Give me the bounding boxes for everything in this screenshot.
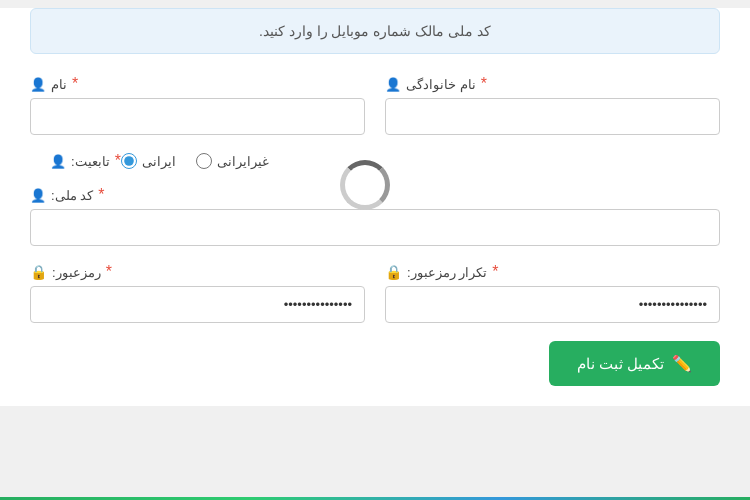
confirm-password-required: * bbox=[492, 264, 498, 280]
nationality-label-text: تابعیت: bbox=[71, 154, 110, 169]
nationality-label-group: * تابعیت: 👤 bbox=[50, 153, 121, 169]
user-icon-firstname: 👤 bbox=[30, 77, 46, 92]
spinner-wheel bbox=[340, 160, 390, 210]
password-required: * bbox=[106, 264, 112, 280]
confirm-password-input[interactable] bbox=[385, 286, 720, 323]
foreign-option[interactable]: غیرایرانی bbox=[196, 153, 269, 169]
confirm-password-label-text: تکرار رمزعبور: bbox=[407, 265, 487, 280]
first-name-group: * نام 👤 bbox=[30, 76, 365, 135]
confirm-password-label: * تکرار رمزعبور: 🔒 bbox=[385, 264, 498, 280]
iranian-option[interactable]: ایرانی bbox=[121, 153, 176, 169]
password-input[interactable] bbox=[30, 286, 365, 323]
national-id-label: * کد ملی: 👤 bbox=[30, 187, 104, 203]
iranian-radio[interactable] bbox=[121, 153, 137, 169]
lock-icon-confirm: 🔒 bbox=[385, 264, 402, 280]
national-id-input[interactable] bbox=[30, 209, 720, 246]
first-name-label-text: نام bbox=[51, 77, 67, 92]
submit-button-label: تکمیل ثبت نام bbox=[577, 355, 664, 373]
foreign-radio[interactable] bbox=[196, 153, 212, 169]
foreign-label: غیرایرانی bbox=[217, 154, 269, 169]
nationality-required: * bbox=[115, 153, 121, 169]
last-name-required: * bbox=[481, 76, 487, 92]
edit-icon: ✏️ bbox=[672, 354, 692, 373]
password-label: * رمزعبور: 🔒 bbox=[30, 264, 112, 280]
submit-button[interactable]: ✏️ تکمیل ثبت نام bbox=[549, 341, 720, 386]
password-group: * رمزعبور: 🔒 bbox=[30, 264, 365, 323]
last-name-label: * نام خانوادگی 👤 bbox=[385, 76, 487, 92]
password-row: * تکرار رمزعبور: 🔒 * رمزعبور: 🔒 bbox=[30, 264, 720, 323]
confirm-password-group: * تکرار رمزعبور: 🔒 bbox=[385, 264, 720, 323]
nationality-radio-group: غیرایرانی ایرانی bbox=[121, 153, 269, 169]
first-name-required: * bbox=[72, 76, 78, 92]
user-icon-lastname: 👤 bbox=[385, 77, 401, 92]
user-icon-nationality: 👤 bbox=[50, 154, 66, 169]
info-box: کد ملی مالک شماره موبایل را وارد کنید. bbox=[30, 8, 720, 54]
last-name-label-text: نام خانوادگی bbox=[406, 77, 476, 92]
loading-spinner bbox=[340, 160, 390, 210]
password-label-text: رمزعبور: bbox=[52, 265, 101, 280]
iranian-label: ایرانی bbox=[142, 154, 176, 169]
national-id-label-text: کد ملی: bbox=[51, 188, 93, 203]
last-name-group: * نام خانوادگی 👤 bbox=[385, 76, 720, 135]
submit-row: ✏️ تکمیل ثبت نام bbox=[30, 341, 720, 386]
name-row: * نام خانوادگی 👤 * نام 👤 bbox=[30, 76, 720, 135]
first-name-label: * نام 👤 bbox=[30, 76, 78, 92]
first-name-input[interactable] bbox=[30, 98, 365, 135]
last-name-input[interactable] bbox=[385, 98, 720, 135]
national-id-required: * bbox=[98, 187, 104, 203]
user-icon-nationalid: 👤 bbox=[30, 188, 46, 203]
lock-icon-password: 🔒 bbox=[30, 264, 47, 280]
info-box-text: کد ملی مالک شماره موبایل را وارد کنید. bbox=[259, 23, 491, 39]
